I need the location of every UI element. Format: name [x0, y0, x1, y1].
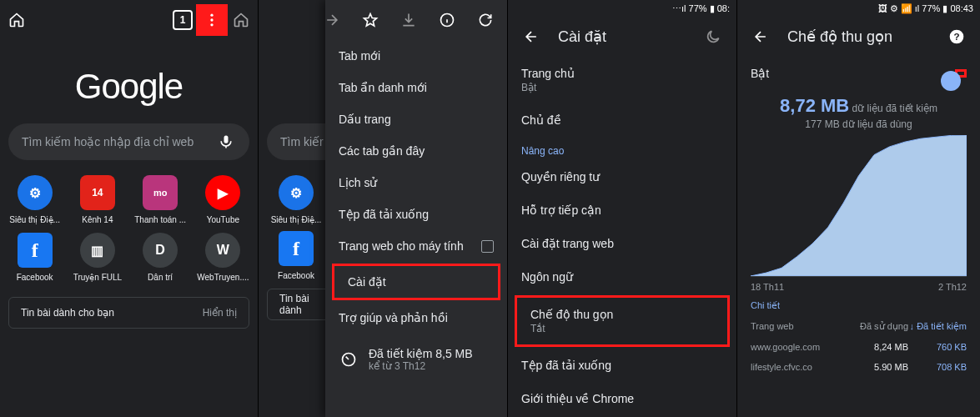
detail-heading: Chi tiết: [737, 292, 980, 316]
search-placeholder: Tìm kiếm hoặc nhập địa chỉ web: [22, 135, 193, 148]
gauge-icon: [339, 349, 359, 369]
forward-icon[interactable]: [324, 10, 340, 30]
settings-item[interactable]: Tệp đã tải xuống: [508, 349, 736, 382]
settings-item[interactable]: Trang chủBật: [508, 57, 736, 103]
download-icon[interactable]: [400, 10, 417, 30]
shortcut-item[interactable]: fFacebook: [5, 233, 64, 282]
settings-item[interactable]: Chế độ thu gọnTắt: [517, 298, 727, 344]
svg-point-0: [210, 14, 213, 17]
savings-chart: [751, 135, 967, 277]
settings-title: Cài đặt: [558, 28, 606, 46]
checkbox-icon[interactable]: [481, 240, 494, 253]
shortcut-grid-2: fFacebook▥Truyện FULLDDân tríWWebTruyen.…: [0, 231, 258, 289]
toggle-row: Bật: [737, 57, 980, 90]
settings-item[interactable]: Cài đặt trang web: [508, 227, 736, 260]
menu-item[interactable]: Các tab gần đây: [325, 135, 507, 167]
search-bar[interactable]: Tìm kiếm hoặc nhập địa chỉ web: [8, 123, 249, 160]
shortcut-item[interactable]: WWebTruyen....: [193, 233, 253, 282]
kebab-icon: [202, 10, 222, 30]
google-logo: Google: [0, 67, 258, 107]
lite-header: Chế độ thu gọn ?: [737, 17, 980, 57]
table-row[interactable]: www.google.com8,24 MB760 KB: [737, 337, 980, 357]
menu-item[interactable]: Tab mới: [325, 40, 507, 72]
settings-item[interactable]: Ngôn ngữ: [508, 260, 736, 294]
th-used: Đã sử dụng: [848, 321, 908, 332]
lite-mode-highlight: Chế độ thu gọnTắt: [515, 295, 730, 347]
table-row[interactable]: lifestyle.cfvc.co5.90 MB708 KB: [737, 357, 980, 377]
moon-icon: [703, 27, 723, 47]
status-bar: 🖼 ⚙ 📶 ıl 77% ▮ 08:43: [737, 0, 980, 17]
mic-icon[interactable]: [216, 132, 236, 152]
toggle-label: Bật: [751, 67, 769, 80]
shortcut-grid: ⚙Siêu thị Điệ...14Kênh 14moThanh toán ..…: [0, 160, 258, 231]
settings-item[interactable]: Hỗ trợ tiếp cận: [508, 193, 736, 227]
back-icon[interactable]: [751, 27, 771, 47]
settings-item[interactable]: Chủ đề: [508, 103, 736, 137]
star-icon[interactable]: [362, 10, 379, 30]
table-head: Trang web Đã sử dụng ↓ Đã tiết kiệm: [737, 316, 980, 337]
shortcut-item[interactable]: DDân trí: [131, 233, 190, 282]
feed-action[interactable]: Hiển thị: [203, 307, 237, 319]
lite-mode-panel: 🖼 ⚙ 📶 ıl 77% ▮ 08:43 Chế độ thu gọn ? Bậ…: [736, 0, 980, 417]
toggle-highlight: [955, 69, 967, 78]
menu-item[interactable]: Tab ẩn danh mới: [325, 72, 507, 103]
th-site: Trang web: [751, 321, 848, 332]
overflow-menu: Tab mớiTab ẩn danh mớiDấu trangCác tab g…: [325, 0, 507, 417]
chart-x-labels: 18 Th11 2 Th12: [751, 282, 967, 292]
x-end: 2 Th12: [938, 282, 967, 292]
settings-header: Cài đặt: [508, 17, 736, 57]
data-saved-sub: kể từ 3 Th12: [369, 360, 473, 372]
menu-item[interactable]: Tệp đã tải xuống: [325, 198, 507, 230]
info-icon[interactable]: [439, 10, 455, 30]
settings-item[interactable]: Quyền riêng tư: [508, 160, 736, 193]
stat-value: 8,72 MB: [780, 95, 849, 116]
home-icon[interactable]: [7, 10, 27, 30]
status-bar: ⋯ıl 77% ▮ 08:: [508, 0, 736, 17]
menu-item[interactable]: Lịch sử: [325, 167, 507, 198]
section-advanced: Nâng cao: [508, 137, 736, 160]
menu-topbar: [325, 0, 507, 40]
reload-icon[interactable]: [477, 10, 494, 30]
shortcut-item[interactable]: 14Kênh 14: [68, 175, 127, 224]
stat-sub: 177 MB dữ liệu đã dùng: [737, 118, 980, 130]
shortcut-item[interactable]: ▶YouTube: [193, 175, 253, 224]
svg-rect-3: [224, 136, 229, 143]
settings-highlight: Cài đặt: [332, 264, 500, 300]
svg-point-1: [210, 18, 213, 21]
tab-count[interactable]: 1: [173, 10, 193, 30]
menu-item[interactable]: Cài đặt: [334, 266, 498, 298]
svg-point-2: [210, 23, 213, 26]
app-partial: ⚙Siêu thị Điệ...: [269, 175, 324, 224]
menu-button-highlight[interactable]: [196, 4, 228, 36]
data-saved-title: Đã tiết kiệm 8,5 MB: [369, 347, 473, 360]
shortcut-item[interactable]: ▥Truyện FULL: [68, 233, 127, 282]
shortcut-item[interactable]: ⚙Siêu thị Điệ...: [5, 175, 64, 224]
stat-suffix: dữ liệu đã tiết kiệm: [849, 103, 937, 114]
topbar: 1: [0, 0, 258, 40]
chrome-home-1: 1 Google Tìm kiếm hoặc nhập địa chỉ web …: [0, 0, 259, 417]
shortcut-item[interactable]: moThanh toán ...: [131, 175, 190, 224]
app-partial2: fFacebook: [269, 231, 324, 280]
x-start: 18 Th11: [751, 282, 784, 292]
feed-label: Tin bài dành cho bạn: [21, 307, 114, 319]
chrome-home-menu: G Tìm kiếr ⚙Siêu thị Điệ... fFacebook Ti…: [259, 0, 507, 417]
th-saved[interactable]: ↓ Đã tiết kiệm: [908, 321, 967, 332]
help-icon[interactable]: ?: [947, 27, 967, 47]
menu-item[interactable]: Trợ giúp và phản hồi: [325, 302, 507, 334]
settings-item[interactable]: Giới thiệu về Chrome: [508, 382, 736, 415]
data-saved-row[interactable]: Đã tiết kiệm 8,5 MB kể từ 3 Th12: [325, 339, 507, 380]
back-icon[interactable]: [521, 27, 541, 47]
menu-item[interactable]: Trang web cho máy tính: [325, 230, 507, 262]
feed-row[interactable]: Tin bài dành cho bạn Hiển thị: [8, 297, 249, 329]
lite-title: Chế độ thu gọn: [787, 28, 892, 46]
home-outline-icon: [231, 10, 251, 30]
menu-item[interactable]: Dấu trang: [325, 103, 507, 135]
savings-stat: 8,72 MB dữ liệu đã tiết kiệm 177 MB dữ l…: [737, 95, 980, 130]
settings-panel: ⋯ıl 77% ▮ 08: Cài đặt Trang chủBậtChủ đề…: [507, 0, 736, 417]
svg-text:?: ?: [953, 31, 959, 42]
